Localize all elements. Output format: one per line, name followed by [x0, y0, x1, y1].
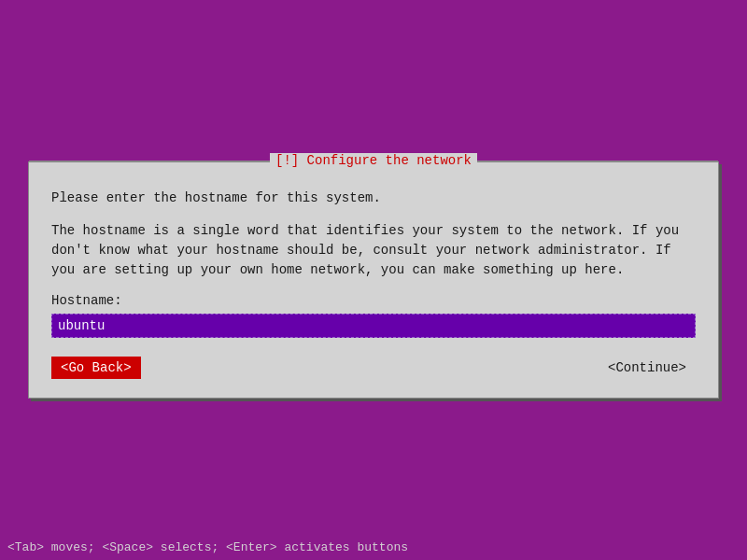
title-line-left: [29, 161, 270, 161]
title-line-right: [477, 161, 718, 161]
button-row: <Go Back> <Continue>: [51, 357, 696, 379]
continue-button[interactable]: <Continue>: [599, 357, 696, 379]
hostname-input[interactable]: [51, 314, 696, 338]
dialog-title: [!] Configure the network: [270, 153, 477, 168]
status-bar-text: <Tab> moves; <Space> selects; <Enter> ac…: [7, 540, 408, 554]
description-line2: The hostname is a single word that ident…: [51, 221, 696, 280]
dialog-title-bar: [!] Configure the network: [29, 153, 718, 168]
configure-network-dialog: [!] Configure the network Please enter t…: [28, 161, 719, 399]
status-bar: <Tab> moves; <Space> selects; <Enter> ac…: [0, 534, 747, 560]
description-line1: Please enter the hostname for this syste…: [51, 189, 696, 208]
go-back-button[interactable]: <Go Back>: [51, 357, 141, 379]
hostname-label: Hostname:: [51, 293, 696, 308]
dialog-body: Please enter the hostname for this syste…: [51, 189, 696, 379]
